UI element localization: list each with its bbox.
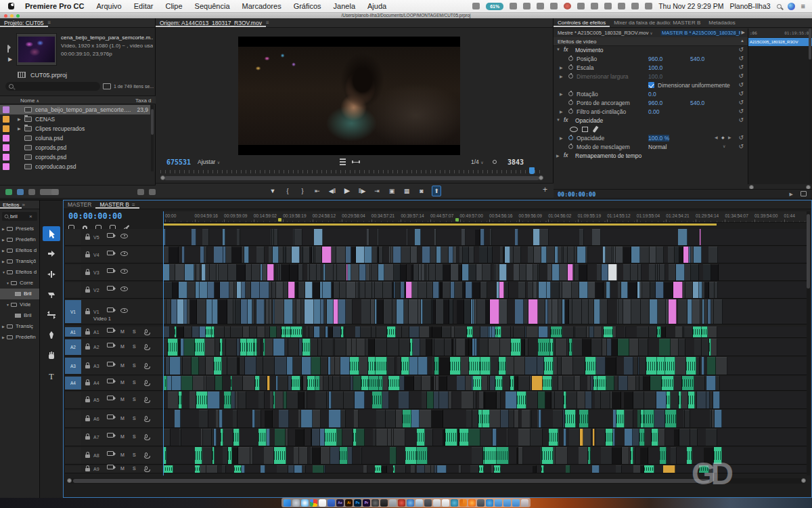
timeline-clip[interactable] [479,465,484,473]
timeline-clip[interactable] [179,282,187,298]
timeline-clip[interactable] [411,247,418,263]
timeline-clip[interactable] [302,339,311,356]
timeline-clip[interactable] [294,465,302,473]
timeline-clip[interactable] [229,282,234,298]
timeline-clip[interactable] [579,282,588,298]
timeline-clip[interactable] [528,299,538,324]
timeline-clip[interactable] [601,447,612,464]
expander-icon[interactable]: ▶ [560,109,563,114]
timeline-clip[interactable] [401,264,407,280]
timeline-clip[interactable] [659,339,671,356]
timeline-clip[interactable] [640,447,648,464]
timeline-clip[interactable] [279,247,284,263]
timeline-clip[interactable] [383,376,388,390]
timeline-clip[interactable] [394,429,405,446]
reset-param-icon[interactable]: ↺ [738,134,744,141]
timeline-clip[interactable] [600,299,608,324]
track-header-v1[interactable]: V1V1Vídeo 1 [65,299,163,324]
timeline-clip[interactable] [215,339,220,356]
timeline-clip[interactable] [413,264,419,280]
timeline-clip[interactable] [480,229,484,245]
timeline-clip[interactable] [547,247,555,263]
timeline-clip[interactable] [625,429,633,446]
volume-icon[interactable] [631,3,639,9]
timeline-clip[interactable] [591,339,602,356]
menu-sequência[interactable]: Sequência [195,2,230,10]
timeline-clip[interactable] [317,264,321,280]
param-value[interactable]: 100.0 % [648,135,669,142]
timeline-clip[interactable] [560,264,568,280]
timeline-clip[interactable] [387,326,396,337]
master-clip-select[interactable]: Mestre * A215C005_180328_R3OV.mov ∨ [558,30,653,36]
timeline-clip[interactable] [351,264,359,280]
timeline-clip[interactable] [235,299,241,324]
timeline-clip[interactable] [506,357,514,375]
timeline-clip[interactable] [203,429,212,446]
timeline-clip[interactable] [277,465,288,473]
param-rotação[interactable]: ▶Rotação0.0↺ [554,90,748,99]
timeline-clip[interactable] [556,339,567,356]
timeline-clip[interactable] [656,391,667,408]
timeline-clip[interactable] [444,299,449,324]
timeline-clip[interactable] [562,282,572,298]
timeline-clip[interactable] [524,299,528,324]
tab-source[interactable]: Origem: A144C013_180317_R3OV.mov [156,18,266,27]
reset-param-icon[interactable]: ↺ [738,90,744,97]
timeline-clip[interactable] [538,339,550,356]
timeline-clip[interactable] [539,410,541,427]
timeline-clip[interactable] [475,229,480,245]
timeline-clip[interactable] [518,447,523,464]
timeline-clip[interactable] [170,357,181,375]
timeline-clip[interactable] [286,326,291,337]
timeline-clip[interactable] [430,247,436,263]
tab-effect-controls[interactable]: Controles de efeitos [554,18,610,27]
ecp-mini-timeline[interactable]: :06 01:19:55:04 A215C005_180328_R3OV [748,28,812,184]
timeline-clip[interactable] [348,447,353,464]
timeline-clip[interactable] [606,247,612,263]
track-header-a2[interactable]: A2A2MS [65,339,163,356]
timeline-clip[interactable] [563,376,574,390]
track-header-v4[interactable]: V4 [65,247,163,263]
timeline-clip[interactable] [552,264,560,280]
timeline-clip[interactable] [633,357,638,375]
panel-menu-icon[interactable]: ≡ [48,20,51,26]
timeline-clip[interactable] [256,247,265,263]
timeline-clip[interactable] [514,357,525,375]
timeline-clip[interactable] [650,376,662,390]
timeline-clip[interactable] [472,410,478,427]
timeline-clip[interactable] [305,282,313,298]
timeline-clip[interactable] [703,264,711,280]
voiceover-record-icon[interactable] [145,344,148,348]
timeline-clip[interactable] [342,429,353,446]
timeline-clip[interactable] [601,391,610,408]
timeline-clip[interactable] [168,339,178,356]
track-lane-a4[interactable] [163,376,807,391]
timeline-clip[interactable] [344,326,345,337]
timeline-clip[interactable] [604,326,613,337]
timeline-clip[interactable] [551,326,562,337]
track-output-icon[interactable] [107,343,114,347]
timeline-clip[interactable] [270,326,277,337]
find-icon[interactable] [137,189,144,195]
timeline-clip[interactable] [618,376,628,390]
timeline-clip[interactable] [179,391,182,408]
timeline-clip[interactable] [432,326,442,337]
timeline-clip[interactable] [415,229,421,245]
timeline-clip[interactable] [504,282,509,298]
timeline-clip[interactable] [275,429,286,446]
timeline-clip[interactable] [702,357,704,375]
timeline-clip[interactable] [183,357,191,375]
expander-icon[interactable]: ▼ [6,281,9,285]
timeline-clip[interactable] [497,391,501,408]
timeline-clip[interactable] [314,326,320,337]
timeline-clip[interactable] [304,299,314,324]
timeline-clip[interactable] [361,326,371,337]
timeline-clip[interactable] [589,299,594,324]
timeline-clip[interactable] [394,264,401,280]
go-to-out-button[interactable]: ⇥ [372,186,382,196]
timeline-clip[interactable] [539,282,547,298]
ecp-v-scrollbar[interactable] [809,28,811,184]
source-patch-v2[interactable] [65,282,81,297]
timeline-clip[interactable] [190,299,197,324]
timeline-clip[interactable] [457,376,466,390]
